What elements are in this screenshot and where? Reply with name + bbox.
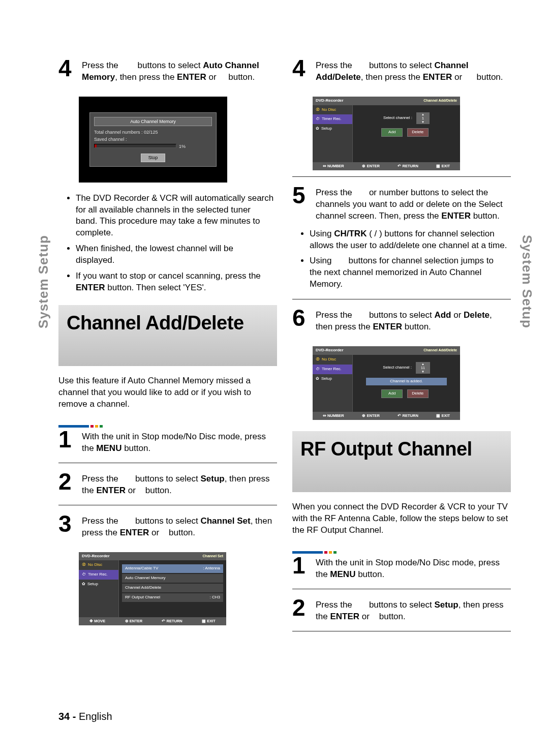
osd-delete-button: Delete xyxy=(407,389,429,398)
menu-add-delete: Channel Add/Delete xyxy=(122,584,223,592)
osd-title: Auto Channel Memory xyxy=(94,117,212,126)
section-title: Channel Add/Delete xyxy=(67,310,244,336)
manual-page: System Setup System Setup 4 Press the bu… xyxy=(0,0,549,756)
color-bars xyxy=(58,419,277,422)
select-channel-row: Select channel : ▲1▼ xyxy=(356,112,457,124)
osd-channel-added-msg: Channel is added. xyxy=(366,378,447,385)
section-rf-output-channel: RF Output Channel xyxy=(292,431,511,492)
left-step-4: 4 Press the buttons to select Auto Chann… xyxy=(58,56,277,86)
right-step-5: 5 Press the or number buttons to select … xyxy=(292,183,511,225)
section-tab-right: System Setup xyxy=(518,235,536,328)
left-step-2: 2 Press the buttons to select Setup, the… xyxy=(58,469,277,500)
color-bars xyxy=(292,546,511,548)
section-intro: Use this feature if Auto Channel Memory … xyxy=(58,375,277,410)
osd-add-button: Add xyxy=(381,389,403,398)
right-step-2: 2 Press the buttons to select Setup, the… xyxy=(292,595,511,626)
section-channel-add-delete: Channel Add/Delete xyxy=(58,305,277,366)
left-step-1: 1 With the unit in Stop mode/No Disc mod… xyxy=(58,427,277,458)
section-tab-left: System Setup xyxy=(35,235,52,328)
osd-auto-channel-memory: Auto Channel Memory Total channel number… xyxy=(79,97,227,183)
side-nodisc: No Disc xyxy=(79,560,118,570)
side-timer: Timer Rec. xyxy=(79,570,118,580)
right-column: 4 Press the buttons to select Channel Ad… xyxy=(292,56,511,638)
osd-channel-set: DVD-Recorder Channel Set No Disc Timer R… xyxy=(79,552,226,626)
right-step-6: 6 Press the buttons to select Add or Del… xyxy=(292,306,511,336)
left-column: 4 Press the buttons to select Auto Chann… xyxy=(58,56,277,638)
menu-auto-memory: Auto Channel Memory xyxy=(122,574,223,583)
step5-bullets: Using CH/TRK ( / ) buttons for channel s… xyxy=(292,228,511,291)
section-title: RF Output Channel xyxy=(300,436,472,462)
osd-add-button: Add xyxy=(381,128,403,137)
step-body: Press the buttons to select Auto Channel… xyxy=(82,58,277,83)
osd-stop-button: Stop xyxy=(141,154,165,162)
info-bullets: The DVD Recorder & VCR will automaticall… xyxy=(58,193,277,294)
osd-channel-add-delete-2: DVD-Recorder Channel Add/Delete No Disc … xyxy=(313,346,460,420)
page-footer: 34 - English xyxy=(58,710,112,723)
step-number: 4 xyxy=(58,58,75,83)
section-intro: When you connect the DVD Recorder & VCR … xyxy=(292,501,511,536)
osd-channel-add-delete-1: DVD-Recorder Channel Add/Delete No Disc … xyxy=(313,97,460,170)
menu-antenna: Antenna/Cable TV : Antenna xyxy=(122,564,223,573)
side-setup: Setup xyxy=(79,580,118,589)
right-step-1: 1 With the unit in Stop mode/No Disc mod… xyxy=(292,553,511,584)
left-step-3: 3 Press the buttons to select Channel Se… xyxy=(58,511,277,542)
osd-delete-button: Delete xyxy=(407,128,429,137)
right-step-4: 4 Press the buttons to select Channel Ad… xyxy=(292,56,511,86)
menu-rf-output: RF Output Channel : CH3 xyxy=(122,593,223,602)
